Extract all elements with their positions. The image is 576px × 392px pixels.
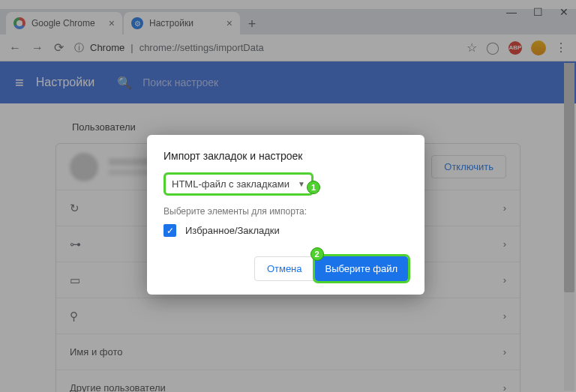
import-items-label: Выберите элементы для импорта: — [164, 206, 408, 217]
select-value: HTML-файл с закладками — [172, 178, 290, 190]
dialog-title: Импорт закладок и настроек — [164, 150, 408, 162]
choose-file-button[interactable]: Выберите файл — [315, 256, 408, 281]
import-data-dialog: Импорт закладок и настроек HTML-файл с з… — [147, 135, 424, 295]
annotation-badge-1: 1 — [307, 181, 320, 194]
favorites-checkbox-row[interactable]: ✓ Избранное/Закладки — [164, 224, 408, 237]
checkbox-label: Избранное/Закладки — [185, 225, 280, 236]
annotation-badge-2: 2 — [310, 247, 324, 261]
chevron-down-icon: ▼ — [298, 180, 305, 188]
import-source-select[interactable]: HTML-файл с закладками ▼ 1 — [164, 172, 314, 196]
cancel-button[interactable]: Отмена — [254, 256, 315, 281]
checkbox-checked-icon[interactable]: ✓ — [164, 224, 176, 237]
